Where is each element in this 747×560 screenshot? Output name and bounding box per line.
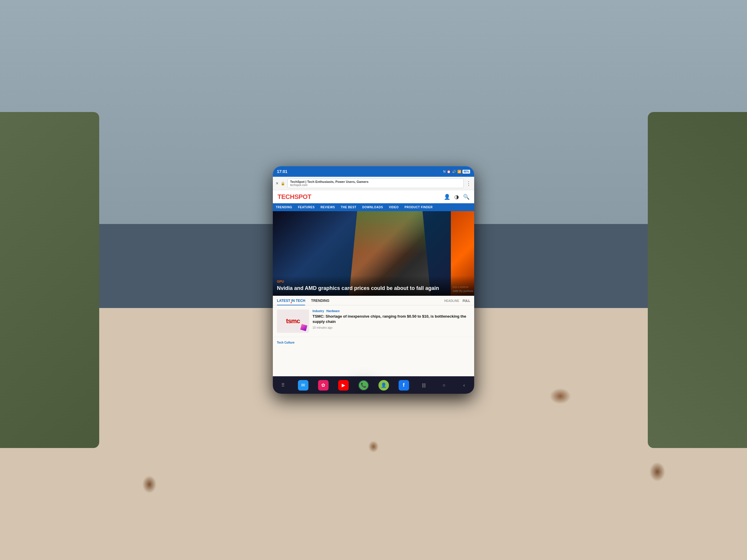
search-icon[interactable]: 🔍 bbox=[463, 194, 469, 200]
phone-button[interactable]: 📞 bbox=[358, 380, 369, 391]
nav-product-finder[interactable]: PRODUCT FINDER bbox=[402, 203, 435, 211]
news-list: tsmc Industry Hardware TSMC: Shortage of… bbox=[273, 305, 474, 376]
website-content: TECHSPOT 👤 ◑ 🔍 TRENDING FEATURES REVIEWS… bbox=[273, 190, 474, 394]
site-header-top: TECHSPOT 👤 ◑ 🔍 bbox=[278, 193, 469, 201]
hero-title: Nvidia and AMD graphics card prices coul… bbox=[277, 285, 470, 292]
nav-downloads[interactable]: DOWNLOADS bbox=[359, 203, 386, 211]
partial-tag[interactable]: Tech Culture bbox=[277, 341, 294, 344]
nav-trending[interactable]: TRENDING bbox=[273, 203, 295, 211]
lock-icon: 🔒 bbox=[281, 181, 285, 186]
nav-features[interactable]: FEATURES bbox=[295, 203, 317, 211]
view-options: HEADLINE FULL bbox=[444, 299, 470, 305]
browser-menu-button[interactable]: ⋮ bbox=[466, 180, 471, 187]
home-button[interactable]: ○ bbox=[439, 380, 449, 391]
page-title: TechSpot | Tech Enthusiasts, Power Users… bbox=[290, 180, 461, 183]
nav-reviews[interactable]: REVIEWS bbox=[317, 203, 338, 211]
site-logo: TECHSPOT bbox=[278, 193, 311, 201]
back-button[interactable]: ‹ bbox=[459, 380, 469, 391]
view-headline[interactable]: HEADLINE bbox=[444, 299, 459, 302]
site-header: TECHSPOT 👤 ◑ 🔍 bbox=[273, 190, 474, 203]
tab-active-indicator bbox=[291, 302, 292, 303]
status-time: 17:01 bbox=[277, 169, 287, 174]
tsmc-chip-graphic bbox=[300, 324, 307, 331]
status-bar: 17:01 N ⏰ 🔊 📶 46% bbox=[273, 166, 474, 177]
news-title: TSMC: Shortage of inexpensive chips, ran… bbox=[312, 314, 470, 324]
header-icons: 👤 ◑ 🔍 bbox=[444, 194, 469, 200]
tab-bar: LATEST IN TECH TRENDING HEADLINE FULL bbox=[273, 296, 474, 305]
news-item[interactable]: tsmc Industry Hardware TSMC: Shortage of… bbox=[273, 305, 474, 337]
news-tags: Industry Hardware bbox=[312, 310, 470, 313]
tsmc-logo: tsmc bbox=[286, 317, 300, 325]
armrest-right bbox=[648, 112, 747, 448]
hero-overlay: GPU Nvidia and AMD graphics card prices … bbox=[273, 276, 474, 296]
url-bar[interactable]: TechSpot | Tech Enthusiasts, Power Users… bbox=[287, 179, 464, 188]
logo-text: TECH bbox=[278, 193, 294, 201]
alarm-icon: ⏰ bbox=[447, 170, 451, 174]
armrest-left bbox=[0, 112, 99, 448]
phone-device: 17:01 N ⏰ 🔊 📶 46% × 🔒 TechSpot | Tech En… bbox=[273, 166, 474, 394]
flower-app-button[interactable]: ✿ bbox=[318, 380, 329, 391]
recents-button[interactable]: ||| bbox=[419, 380, 429, 391]
nav-the-best[interactable]: THE BEST bbox=[338, 203, 359, 211]
wifi-icon: 📶 bbox=[457, 170, 461, 174]
status-icons: N ⏰ 🔊 📶 46% bbox=[443, 170, 470, 174]
hero-category: GPU bbox=[277, 280, 470, 283]
contrast-icon[interactable]: ◑ bbox=[454, 194, 459, 200]
logo-text-2: POT bbox=[299, 193, 311, 201]
bottom-navigation: ⠿ ✉ ✿ ▶ 📞 👤 f ||| ○ ‹ bbox=[273, 376, 474, 394]
bottom-panel: LATEST IN TECH TRENDING HEADLINE FULL bbox=[273, 296, 474, 376]
browser-chrome: × 🔒 TechSpot | Tech Enthusiasts, Power U… bbox=[273, 177, 474, 190]
news-item-partial: Tech Culture bbox=[273, 337, 474, 347]
hero-section[interactable]: ZEN 4 ARRIVE AMD Ry perform GPU Nvidia a… bbox=[273, 211, 474, 296]
news-tag-industry[interactable]: Industry bbox=[312, 310, 324, 313]
tab-trending[interactable]: TRENDING bbox=[311, 299, 330, 305]
tab-latest-in-tech[interactable]: LATEST IN TECH bbox=[277, 299, 305, 305]
news-thumbnail: tsmc bbox=[277, 310, 309, 333]
messages-button[interactable]: ✉ bbox=[298, 380, 308, 391]
phone-screen: 17:01 N ⏰ 🔊 📶 46% × 🔒 TechSpot | Tech En… bbox=[273, 166, 474, 394]
logo-accent: S bbox=[294, 193, 299, 201]
news-content: Industry Hardware TSMC: Shortage of inex… bbox=[312, 310, 470, 333]
battery-indicator: 46% bbox=[463, 170, 470, 174]
view-full[interactable]: FULL bbox=[463, 299, 470, 302]
nav-video[interactable]: VIDEO bbox=[386, 203, 402, 211]
signal-icon: N bbox=[443, 170, 445, 173]
user-icon[interactable]: 👤 bbox=[444, 194, 450, 200]
avatar-button[interactable]: 👤 bbox=[379, 380, 389, 391]
youtube-button[interactable]: ▶ bbox=[338, 380, 349, 391]
sound-icon: 🔊 bbox=[452, 170, 456, 174]
news-tag-hardware[interactable]: Hardware bbox=[326, 310, 340, 313]
browser-close-button[interactable]: × bbox=[276, 181, 278, 186]
apps-grid-button[interactable]: ⠿ bbox=[278, 380, 288, 391]
site-navigation: TRENDING FEATURES REVIEWS THE BEST DOWNL… bbox=[273, 203, 474, 211]
page-domain: techspot.com bbox=[290, 183, 461, 187]
facebook-button[interactable]: f bbox=[398, 380, 409, 391]
news-time: 10 minutes ago bbox=[312, 326, 470, 329]
